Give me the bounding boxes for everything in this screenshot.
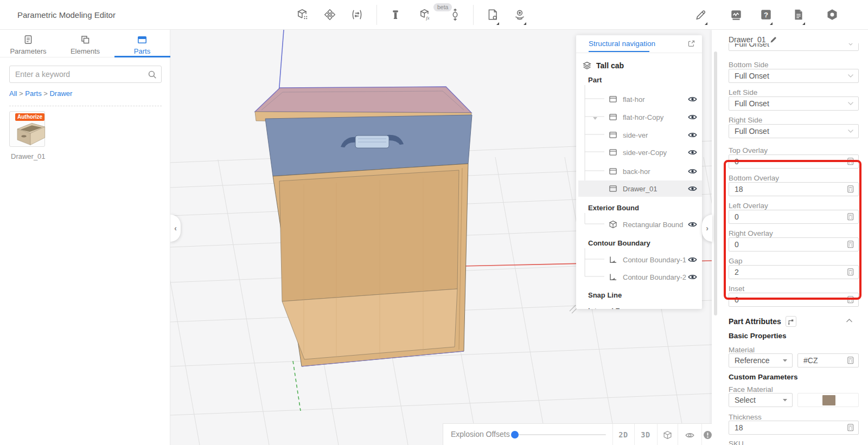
tree-item-side-ver[interactable]: side-ver (578, 127, 702, 143)
nav-panel-title[interactable]: Structural navigation (589, 40, 655, 48)
part-card-drawer01[interactable]: Authorize (9, 111, 45, 147)
breadcrumb-link-drawer[interactable]: Drawer (49, 89, 72, 98)
thickness-input[interactable]: 18 (729, 421, 859, 435)
gap-input[interactable]: 2 (729, 265, 859, 279)
left-overlay-input[interactable]: 0 (729, 210, 859, 224)
rename-pencil-icon[interactable] (770, 36, 777, 43)
model-cube-icon[interactable] (296, 8, 309, 21)
authorize-badge: Authorize (15, 113, 44, 121)
tree-section-exterior-bound[interactable]: Exterior Bound (588, 202, 639, 214)
tree-item-contour-boundary-1[interactable]: Contour Boundary-1 (578, 251, 702, 268)
view-2d-button[interactable]: 2D (612, 424, 634, 445)
eye-icon[interactable] (688, 273, 697, 281)
formula-icon[interactable] (847, 424, 854, 431)
left-side-select[interactable]: Full Onset (729, 96, 859, 111)
attribute-flow-button[interactable] (786, 316, 796, 327)
eye-icon[interactable] (688, 185, 697, 192)
eye-icon[interactable] (688, 167, 697, 175)
bottom-side-select[interactable]: Full Onset (729, 69, 859, 83)
formula-icon[interactable] (847, 213, 854, 221)
eye-icon[interactable] (688, 131, 697, 139)
field-label: Inset (729, 285, 744, 293)
eye-icon[interactable] (688, 256, 697, 263)
explosion-slider-track[interactable] (515, 434, 606, 435)
tree-item-flat-hor-copy[interactable]: flat-hor-Copy (578, 109, 702, 125)
formula-icon[interactable] (847, 268, 854, 276)
tree-root-tall-cab[interactable]: Tall cab (583, 59, 624, 72)
eye-icon[interactable] (688, 149, 697, 156)
alert-icon[interactable] (703, 430, 712, 440)
breadcrumb-link-parts[interactable]: Parts (25, 89, 41, 98)
material-color-swatch[interactable] (822, 395, 835, 405)
right-overlay-input[interactable]: 0 (729, 237, 859, 251)
material-value-input[interactable]: #CZ (797, 353, 859, 367)
left-sidebar: Parameters Elements Parts All > Parts > … (0, 30, 170, 445)
dropdown-caret[interactable] (770, 22, 773, 25)
svg-text:fx: fx (426, 15, 429, 21)
material-mode-select[interactable]: Reference (729, 353, 793, 367)
eye-icon[interactable] (688, 221, 697, 228)
cube-view-icon[interactable] (663, 430, 672, 440)
collapse-section-chevron-icon[interactable] (846, 318, 853, 323)
tree-item-back-hor[interactable]: back-hor (578, 163, 702, 179)
document-icon[interactable] (792, 8, 805, 21)
tree-item-drawer01-selected[interactable]: Drawer_01 (578, 180, 702, 197)
tree-section-part[interactable]: Part (588, 74, 602, 86)
inset-input[interactable]: 0 (729, 293, 859, 307)
right-side-select[interactable]: Full Onset (729, 124, 859, 138)
tree-section-internal-zone[interactable]: Internal Zone (588, 305, 633, 309)
formula-icon[interactable] (847, 241, 854, 248)
dropdown-caret[interactable] (705, 22, 707, 25)
formula-cube-icon[interactable]: fx (419, 8, 432, 21)
input-value: 0 (735, 157, 847, 166)
field-label: Face Material (729, 385, 773, 394)
top-side-select[interactable]: Full Onset (729, 43, 859, 51)
section-label: Exterior Bound (588, 204, 639, 212)
layers-pin-icon[interactable] (513, 8, 526, 21)
popout-icon[interactable] (687, 40, 695, 48)
pattern-icon[interactable] (323, 8, 336, 21)
help-icon[interactable]: ? (760, 8, 773, 21)
tab-parameters[interactable]: Parameters (0, 30, 56, 57)
bottom-overlay-input[interactable]: 18 (729, 182, 859, 196)
pillar-icon[interactable] (389, 8, 402, 21)
edit-pencil-icon[interactable] (694, 8, 707, 21)
face-material-select[interactable]: Select (729, 393, 793, 407)
explosion-slider-handle[interactable] (511, 431, 519, 438)
swap-parens-icon[interactable] (350, 8, 363, 21)
breadcrumb-separator: > (43, 89, 48, 98)
dropdown-caret[interactable] (524, 22, 526, 25)
visibility-eye-icon[interactable] (685, 431, 694, 439)
tree-item-contour-boundary-2[interactable]: Contour Boundary-2 (578, 269, 702, 285)
dropdown-caret[interactable] (802, 22, 805, 25)
vertical-scrollbar[interactable] (714, 51, 717, 315)
field-label: Top Overlay (729, 146, 768, 154)
tab-elements[interactable]: Elements (57, 30, 113, 57)
cabinet-top-selected[interactable] (255, 87, 471, 113)
tree-section-contour-boundary[interactable]: Contour Boundary (588, 237, 650, 249)
panel-icon (609, 167, 617, 176)
view-3d-button[interactable]: 3D (634, 424, 657, 445)
tree-item-side-ver-copy[interactable]: side-ver-Copy (578, 144, 702, 160)
formula-icon[interactable] (847, 296, 854, 304)
document-gear-icon[interactable] (486, 8, 499, 21)
eye-icon[interactable] (688, 113, 697, 121)
tree-section-snap-line[interactable]: Snap Line (588, 289, 622, 301)
dropdown-caret[interactable] (496, 22, 499, 25)
formula-icon[interactable] (847, 357, 854, 364)
formula-icon[interactable] (847, 185, 854, 193)
search-icon[interactable] (148, 70, 157, 79)
settings-nut-icon[interactable] (826, 8, 839, 21)
tab-parts[interactable]: Parts (114, 30, 170, 57)
select-value: Full Onset (735, 43, 847, 48)
formula-icon[interactable] (847, 158, 854, 165)
breadcrumb-link-all[interactable]: All (9, 89, 17, 98)
report-chart-icon[interactable] (730, 8, 743, 21)
clipped-field: Full Onset (729, 43, 859, 54)
eye-icon[interactable] (688, 95, 697, 103)
face-material-swatch-field[interactable] (797, 393, 859, 407)
tree-item-rectangular-bound[interactable]: Rectangular Bound (578, 216, 702, 233)
top-overlay-input[interactable]: 0 (729, 154, 859, 169)
search-input[interactable] (15, 66, 145, 82)
tree-item-flat-hor[interactable]: flat-hor (578, 91, 702, 107)
